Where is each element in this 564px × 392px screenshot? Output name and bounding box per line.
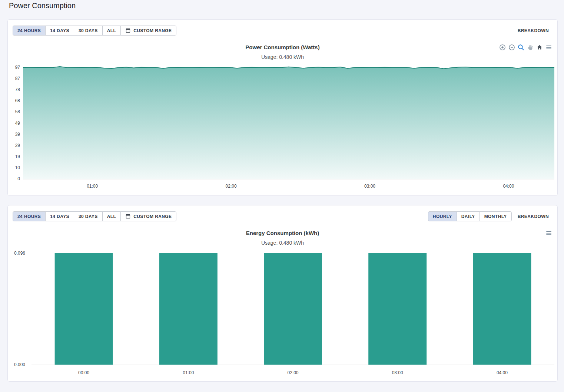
power-range-14-days-button[interactable]: 14 DAYS (45, 26, 74, 36)
svg-text:10: 10 (15, 165, 20, 170)
svg-text:04:00: 04:00 (503, 184, 514, 189)
energy-custom-range-button[interactable]: CUSTOM RANGE (120, 211, 176, 221)
bar-00:00 (55, 253, 113, 365)
svg-text:02:00: 02:00 (226, 184, 237, 189)
power-chart-subtitle: Usage: 0.480 kWh (8, 54, 557, 60)
svg-text:03:00: 03:00 (364, 184, 375, 189)
power-chart-header: Power Consumption (Watts) Usage: 0.480 k… (8, 44, 557, 60)
energy-range-button-group: 24 HOURS 14 DAYS 30 DAYS ALL CUSTOM RANG… (13, 211, 176, 221)
energy-range-all-button[interactable]: ALL (102, 211, 121, 221)
svg-text:49: 49 (15, 121, 20, 126)
page-title: Power Consumption (9, 1, 564, 10)
energy-breakdown-button[interactable]: BREAKDOWN (518, 214, 549, 219)
svg-text:29: 29 (15, 143, 20, 148)
granularity-hourly-button[interactable]: HOURLY (428, 211, 457, 221)
energy-granularity-button-group: HOURLY DAILY MONTHLY (428, 211, 512, 221)
energy-chart-header: Energy Consumption (kWh) Usage: 0.480 kW… (8, 230, 557, 246)
energy-range-14-days-button[interactable]: 14 DAYS (45, 211, 74, 221)
calendar-icon (125, 28, 131, 33)
power-breakdown-button[interactable]: BREAKDOWN (518, 28, 549, 33)
power-range-button-group: 24 HOURS 14 DAYS 30 DAYS ALL CUSTOM RANG… (13, 26, 176, 36)
power-chart-toolbar (499, 44, 552, 51)
energy-custom-range-label: CUSTOM RANGE (133, 214, 172, 219)
energy-consumption-card: 24 HOURS 14 DAYS 30 DAYS ALL CUSTOM RANG… (7, 205, 558, 382)
svg-text:04:00: 04:00 (497, 370, 508, 375)
pan-hand-icon[interactable] (527, 44, 534, 51)
zoom-out-icon[interactable] (508, 44, 515, 51)
energy-chart-subtitle: Usage: 0.480 kWh (8, 240, 557, 246)
svg-text:0.000: 0.000 (14, 362, 25, 367)
granularity-daily-button[interactable]: DAILY (457, 211, 480, 221)
bar-01:00 (159, 253, 218, 365)
power-chart-title: Power Consumption (Watts) (8, 44, 557, 51)
bar-04:00 (473, 253, 531, 365)
zoom-in-icon[interactable] (499, 44, 506, 51)
svg-text:97: 97 (15, 65, 20, 70)
svg-text:00:00: 00:00 (78, 370, 89, 375)
svg-text:0.096: 0.096 (14, 251, 25, 256)
power-consumption-card: 24 HOURS 14 DAYS 30 DAYS ALL CUSTOM RANG… (7, 19, 558, 196)
svg-text:19: 19 (15, 154, 20, 159)
menu-icon[interactable] (545, 44, 552, 51)
energy-chart-canvas[interactable]: 0.0960.00000:0001:0002:0003:0004:00 (8, 251, 557, 377)
svg-text:01:00: 01:00 (183, 370, 194, 375)
svg-text:01:00: 01:00 (87, 184, 98, 189)
svg-text:02:00: 02:00 (287, 370, 298, 375)
home-icon[interactable] (536, 44, 543, 51)
power-range-24-hours-button[interactable]: 24 HOURS (13, 26, 46, 36)
power-chart-canvas[interactable]: 97877868584939291910001:0002:0003:0004:0… (8, 65, 557, 191)
power-range-all-button[interactable]: ALL (102, 26, 121, 36)
bar-03:00 (368, 253, 427, 365)
granularity-monthly-button[interactable]: MONTHLY (480, 211, 512, 221)
energy-card-toolbar: 24 HOURS 14 DAYS 30 DAYS ALL CUSTOM RANG… (8, 205, 557, 221)
energy-range-24-hours-button[interactable]: 24 HOURS (13, 211, 46, 221)
power-range-30-days-button[interactable]: 30 DAYS (74, 26, 103, 36)
energy-right-controls: HOURLY DAILY MONTHLY BREAKDOWN (428, 211, 549, 221)
svg-text:78: 78 (15, 87, 20, 92)
power-card-toolbar: 24 HOURS 14 DAYS 30 DAYS ALL CUSTOM RANG… (8, 20, 557, 36)
svg-text:0: 0 (17, 176, 20, 181)
svg-text:68: 68 (15, 98, 20, 103)
svg-text:03:00: 03:00 (392, 370, 403, 375)
calendar-icon (125, 214, 131, 219)
energy-chart-toolbar (545, 230, 552, 237)
svg-text:87: 87 (15, 76, 20, 81)
power-custom-range-label: CUSTOM RANGE (133, 28, 172, 33)
svg-text:58: 58 (15, 109, 20, 114)
energy-range-30-days-button[interactable]: 30 DAYS (74, 211, 103, 221)
power-custom-range-button[interactable]: CUSTOM RANGE (120, 26, 176, 36)
energy-chart-title: Energy Consumption (kWh) (8, 230, 557, 237)
bar-02:00 (264, 253, 322, 365)
svg-text:39: 39 (15, 132, 20, 137)
menu-icon[interactable] (545, 230, 552, 237)
selection-zoom-icon[interactable] (518, 44, 524, 51)
